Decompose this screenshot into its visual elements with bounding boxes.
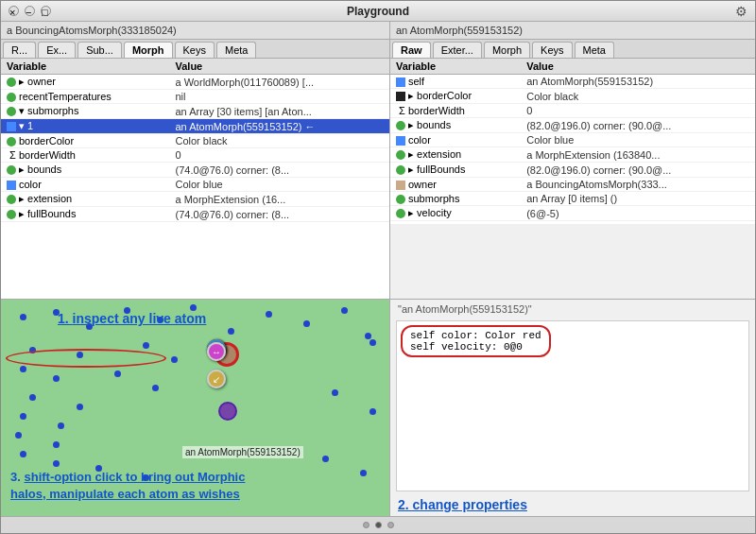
- tab-sub[interactable]: Sub...: [77, 42, 122, 58]
- tab-morph[interactable]: Morph: [124, 42, 173, 58]
- atom-dot: [157, 317, 163, 323]
- green-circle-icon: [7, 78, 16, 87]
- window-title: Playground: [347, 5, 409, 18]
- atom-dot: [58, 422, 64, 429]
- step3-annotation: 3. shift-option click to bring out Morph…: [10, 469, 245, 503]
- code-highlight-outline: self color: Color red self velocity: 0@0: [401, 325, 551, 357]
- tab-ex[interactable]: Ex...: [38, 42, 76, 58]
- table-row[interactable]: Σ borderWidth 0: [1, 148, 389, 163]
- atom-dot: [341, 307, 348, 314]
- purple-atom[interactable]: [218, 402, 237, 421]
- left-inspector-panel: a BouncingAtomsMorph(333185024) R... Ex.…: [1, 22, 390, 299]
- table-row[interactable]: ▸ owner a WorldMorph(011760089) [...: [1, 75, 389, 90]
- step1-annotation: 1. inspect any live atom: [58, 311, 206, 326]
- col-variable-header: Variable: [390, 59, 521, 75]
- left-panel-tabs: R... Ex... Sub... Morph Keys Meta: [1, 40, 389, 59]
- gear-icon[interactable]: ⚙: [735, 4, 747, 19]
- step2-label: 2. change properties: [398, 497, 527, 512]
- right-panel-tabs: Raw Exter... Morph Keys Meta: [390, 40, 755, 59]
- table-row[interactable]: ▸ velocity (6@-5): [390, 206, 755, 221]
- main-window: × − □ Playground ⚙ a BouncingAtomsMorph(…: [0, 0, 756, 534]
- green-circle-icon: [396, 121, 405, 130]
- table-row[interactable]: ▸ bounds (74.0@76.0) corner: (8...: [1, 163, 389, 178]
- title-bar-right: ⚙: [735, 4, 747, 19]
- table-row[interactable]: borderColor Color black: [1, 134, 389, 148]
- atom-dot: [360, 470, 367, 476]
- green-circle-icon: [396, 150, 405, 160]
- table-row[interactable]: ▸ extension a MorphExtension (16...: [1, 192, 389, 207]
- atom-dot: [303, 320, 310, 327]
- code-line-2: self velocity: 0@0: [410, 341, 541, 353]
- atom-dot: [20, 314, 26, 320]
- playground-area[interactable]: × ■ ◎ ⋈ ↗ ◉ ↔ ⊙ ↙: [1, 300, 390, 516]
- tab-r[interactable]: R...: [3, 42, 36, 58]
- close-button[interactable]: ×: [9, 6, 19, 16]
- code-editor[interactable]: self color: Color red self velocity: 0@0: [396, 320, 749, 491]
- table-row[interactable]: recentTemperatures nil: [1, 90, 389, 104]
- green-circle-icon: [7, 107, 16, 116]
- table-row[interactable]: ▾ submorphs an Array [30 items] [an Aton…: [1, 104, 389, 119]
- tab-meta[interactable]: Meta: [575, 42, 614, 58]
- code-line-1: self color: Color red: [410, 330, 541, 341]
- tab-raw[interactable]: Raw: [392, 42, 431, 58]
- nav-dot-3[interactable]: [387, 522, 394, 528]
- minimize-button[interactable]: −: [25, 6, 35, 16]
- halo-scale-button[interactable]: ↙: [207, 370, 226, 388]
- col-value-header: Value: [521, 59, 755, 75]
- left-inspector-table: Variable Value ▸ owner a WorldMorph(0117…: [1, 59, 389, 299]
- tab-morph[interactable]: Morph: [484, 42, 530, 58]
- green-circle-icon: [396, 165, 405, 175]
- black-square-icon: [396, 92, 405, 101]
- nav-dot-2[interactable]: [375, 522, 382, 528]
- atom-dot: [332, 389, 338, 396]
- atom-dot: [20, 413, 26, 420]
- green-circle-icon: [7, 195, 16, 204]
- table-row[interactable]: Σ borderWidth 0: [390, 104, 755, 118]
- table-row[interactable]: ▸ bounds (82.0@196.0) corner: (90.0@...: [390, 118, 755, 133]
- atom-dot: [365, 333, 371, 339]
- blue-square-icon: [7, 181, 16, 190]
- blue-square-icon: [396, 78, 405, 87]
- atom-dot: [152, 385, 159, 391]
- table-row[interactable]: self an AtomMorph(559153152): [390, 75, 755, 89]
- tab-meta[interactable]: Meta: [216, 42, 256, 58]
- halo-resize-button[interactable]: ↔: [207, 342, 226, 361]
- halo-mid-row: ◉ ↔: [207, 342, 247, 367]
- maximize-button[interactable]: □: [41, 6, 51, 16]
- table-row[interactable]: ▸ extension a MorphExtension (163840...: [390, 147, 755, 163]
- blue-square-icon: [7, 122, 16, 131]
- atom-dot: [369, 408, 376, 415]
- green-circle-icon: [396, 195, 405, 204]
- halo-container: × ■ ◎ ⋈ ↗ ◉ ↔ ⊙ ↙: [207, 339, 247, 370]
- table-row[interactable]: submorphs an Array [0 items] (): [390, 192, 755, 206]
- green-circle-icon: [396, 209, 405, 218]
- right-inspector-table: Variable Value self an AtomMorph(5591531…: [390, 59, 755, 224]
- atom-dot: [29, 347, 36, 353]
- table-row[interactable]: color Color blue: [390, 133, 755, 147]
- table-row[interactable]: owner a BouncingAtomsMorph(333...: [390, 178, 755, 192]
- right-panel-header: an AtomMorph(559153152): [390, 22, 755, 40]
- tab-keys[interactable]: Keys: [175, 42, 215, 58]
- atom-dot: [124, 307, 130, 314]
- atom-dot: [53, 309, 60, 316]
- atom-dot: [53, 375, 60, 382]
- nav-dot-1[interactable]: [363, 522, 369, 528]
- atom-morph-label: an AtomMorph(559153152): [182, 446, 303, 458]
- tab-exter[interactable]: Exter...: [433, 42, 482, 58]
- atom-dot: [322, 456, 329, 462]
- table-row[interactable]: color Color blue: [1, 178, 389, 192]
- atom-dot: [266, 311, 272, 318]
- table-row[interactable]: ▸ fullBounds (74.0@76.0) corner: (8...: [1, 207, 389, 222]
- table-row-highlighted[interactable]: ▾ 1 an AtomMorph(559153152) ←: [1, 119, 389, 134]
- bottom-nav: [1, 516, 755, 533]
- atom-dot: [369, 339, 376, 346]
- right-code-panel: "an AtomMorph(559153152)" self color: Co…: [390, 300, 755, 516]
- tab-keys[interactable]: Keys: [532, 42, 572, 58]
- table-row[interactable]: ▸ fullBounds (82.0@196.0) corner: (90.0@…: [390, 163, 755, 178]
- atom-dot: [86, 323, 93, 330]
- atom-dot: [77, 352, 83, 358]
- table-row[interactable]: ▸ borderColor Color black: [390, 89, 755, 104]
- inspector-label: "an AtomMorph(559153152)": [390, 300, 755, 319]
- atom-dot: [143, 342, 149, 349]
- green-circle-icon: [7, 165, 16, 175]
